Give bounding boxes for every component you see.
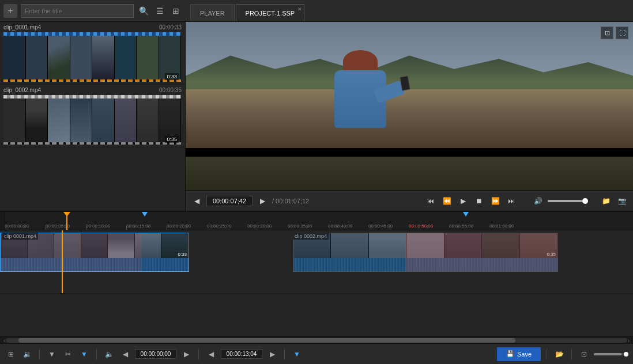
film-frame (26, 32, 48, 82)
title-input[interactable] (21, 4, 134, 18)
ruler-time-label: 00:00:50;00 (409, 223, 433, 229)
top-bar-left: + 🔍 ☰ ⊞ (0, 4, 186, 18)
ruler-tick (126, 226, 127, 230)
play-button[interactable]: ▶ (256, 195, 269, 207)
ruler-time-label: 00:00:00;00 (5, 223, 29, 229)
folder-button[interactable]: 📁 (600, 195, 612, 207)
clip-video-frames-2: 0:35 (293, 233, 557, 258)
ruler-time-label: 00:00:20;00 (167, 223, 191, 229)
ruler-marks-container: 00:00:00;00 00:00:05;00 00:00:10;00 00:0… (5, 212, 633, 230)
player-controls: ◀ 00:00:07;42 ▶ / 00:01:07;12 ⏮ ⏪ ▶ ⏹ ⏩ … (186, 190, 633, 211)
filmstrip: 0:35 (3, 95, 181, 145)
divider (39, 348, 40, 360)
fit-view-button[interactable]: ⊡ (578, 348, 590, 361)
step-back-button[interactable]: ◀ (190, 195, 203, 207)
scroll-right-button[interactable]: › (628, 337, 630, 343)
playhead-line (66, 212, 67, 230)
jump-forward-button[interactable]: ⏭ (505, 195, 518, 207)
timeline-scrollbar: ‹ › (0, 336, 633, 343)
prev-frame-bottom[interactable]: ◀ (119, 348, 131, 361)
current-time-display: 00:00:07;42 (206, 196, 253, 206)
divider-5 (547, 348, 547, 360)
zoom-slider[interactable] (594, 353, 628, 355)
divider-6 (571, 348, 572, 360)
ruler-time-label: 00:01:00;00 (489, 223, 514, 229)
filmstrip-top-bar (3, 95, 181, 98)
cut-button[interactable]: ✂ (62, 348, 74, 361)
film-frame (137, 95, 159, 145)
clip-duration: 00:00:35 (159, 87, 182, 93)
ruler-left-handle (0, 212, 5, 230)
clip-frame (406, 233, 444, 258)
next-frame-bottom-2[interactable]: ▶ (266, 348, 278, 361)
tab-close-icon[interactable]: ✕ (297, 6, 302, 12)
filter-button[interactable]: ▼ (46, 348, 58, 361)
tab-project[interactable]: PROJECT-1.SSP ✕ (236, 4, 305, 21)
stop-button[interactable]: ⏹ (473, 195, 485, 207)
volume-slider[interactable] (548, 200, 588, 202)
clip-thumbnail[interactable]: 0:33 (3, 32, 181, 82)
add-media-button[interactable]: + (3, 4, 17, 18)
divider-2 (96, 348, 97, 360)
scrollbar-track[interactable] (6, 338, 627, 343)
filmstrip-bottom-bar (3, 142, 181, 145)
frame-back-button[interactable]: ⏪ (440, 195, 453, 207)
jump-back-button[interactable]: ⏮ (424, 195, 437, 207)
filter-active-button[interactable]: ▼ (78, 348, 91, 361)
zoom-fill (594, 353, 621, 355)
prev-frame-bottom-2[interactable]: ◀ (205, 348, 217, 361)
film-frame (92, 95, 115, 145)
track-label: clip 0001.mp4 (2, 233, 38, 240)
media-item: clip_0002.mp4 00:00:35 0:35 (0, 85, 185, 147)
speaker-button[interactable]: 🔈 (103, 348, 115, 361)
scene-ground (186, 157, 633, 190)
ruler-time-label: 00:00:10;00 (86, 223, 110, 229)
total-time-display: / 00:01:07;12 (272, 198, 309, 204)
film-frame (115, 95, 137, 145)
scroll-left-button[interactable]: ‹ (3, 337, 5, 343)
tracks-container: clip 0001.mp4 0:33 (0, 230, 633, 336)
media-item: clip_0001.mp4 00:00:33 0:33 (0, 22, 185, 85)
clip-time-overlay: 0:33 (165, 73, 179, 80)
fullscreen-button[interactable]: ⛶ (616, 26, 628, 39)
player-corner-buttons: ⊡ ⛶ (601, 26, 628, 39)
clip-name: clip_0002.mp4 (3, 87, 41, 93)
film-frame (48, 95, 70, 145)
clip-frame (54, 233, 81, 258)
media-item-header: clip_0001.mp4 00:00:33 (3, 24, 182, 31)
filter-blue-button[interactable]: ▼ (291, 348, 303, 361)
save-button[interactable]: 💾 Save (497, 347, 541, 361)
play-pause-button[interactable]: ▶ (457, 195, 469, 207)
player-panel: ⊡ ⛶ ◀ 00:00:07;42 ▶ / 00:01:07;12 ⏮ ⏪ ▶ … (186, 22, 633, 211)
main-content: clip_0001.mp4 00:00:33 0:33 (0, 22, 633, 211)
fit-screen-button[interactable]: ⊡ (601, 26, 613, 39)
volume-thumb (582, 198, 588, 204)
list-view-button[interactable]: ☰ (153, 5, 166, 17)
frame-forward-button[interactable]: ⏩ (489, 195, 502, 207)
grid-view-button[interactable]: ⊞ (169, 5, 182, 17)
ruler-time-label: 00:00:45;00 (368, 223, 393, 229)
open-folder-button[interactable]: 📂 (553, 348, 566, 361)
clip-block-2[interactable]: 0:35 (293, 233, 558, 272)
clip-frame (444, 233, 482, 258)
timeline-section: 00:00:00;00 00:00:05;00 00:00:10;00 00:0… (0, 211, 633, 343)
scrollbar-thumb[interactable] (18, 338, 515, 343)
clip-frame (135, 233, 162, 258)
audio-waveform-2 (293, 258, 557, 271)
clip-frame (482, 233, 519, 258)
tab-project-label: PROJECT-1.SSP (246, 10, 295, 17)
ruler-tick (46, 226, 46, 230)
filmstrip: 0:33 (3, 32, 181, 82)
ruler-track: 00:00:00;00 00:00:05;00 00:00:10;00 00:0… (5, 212, 633, 230)
volume-fill (548, 200, 582, 202)
person-figure (329, 50, 392, 160)
search-button[interactable]: 🔍 (137, 5, 150, 17)
clip-thumbnail[interactable]: 0:35 (3, 95, 181, 145)
screenshot-button[interactable]: 📷 (616, 195, 628, 207)
next-frame-bottom[interactable]: ▶ (180, 348, 193, 361)
ruler-time-label: 00:00:35;00 (288, 223, 312, 229)
tab-player[interactable]: PLAYER (190, 4, 235, 21)
grid-bottom-button[interactable]: ⊞ (5, 348, 17, 361)
audio-button[interactable]: 🔉 (21, 348, 33, 361)
volume-button[interactable]: 🔊 (532, 195, 544, 207)
